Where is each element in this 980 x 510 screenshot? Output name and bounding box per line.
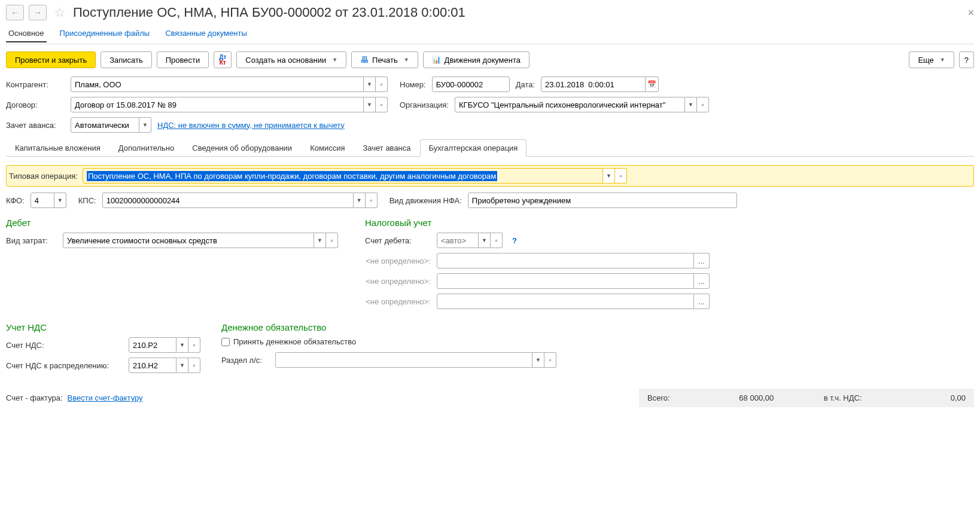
not-defined-dots-button-1[interactable]: ... <box>694 253 710 268</box>
typical-operation-label: Типовая операция: <box>9 172 78 181</box>
typical-operation-input[interactable]: Поступление ОС, НМА, НПА по договорам ку… <box>83 168 603 184</box>
ls-section-input[interactable] <box>275 352 532 368</box>
tab-linked-documents[interactable]: Связанные документы <box>163 26 249 42</box>
post-and-close-button[interactable]: Провести и закрыть <box>6 51 96 68</box>
cost-type-dropdown-button[interactable]: ▼ <box>314 233 326 248</box>
debit-section-title: Дебет <box>6 218 353 228</box>
ls-section-open-button[interactable]: ▫ <box>544 352 556 368</box>
more-button[interactable]: Еще▼ <box>909 51 954 68</box>
advance-offset-label: Зачет аванса: <box>6 121 65 130</box>
vat-account-dist-input[interactable] <box>129 358 176 373</box>
vat-account-dropdown-button[interactable]: ▼ <box>176 337 188 353</box>
not-defined-dots-button-3[interactable]: ... <box>694 294 710 309</box>
kps-label: КПС: <box>78 196 96 205</box>
favorite-star-icon[interactable]: ☆ <box>54 5 66 20</box>
number-label: Номер: <box>400 80 426 89</box>
organization-input[interactable] <box>455 97 685 112</box>
nfa-movement-input[interactable] <box>468 193 737 208</box>
subtab-advance-offset[interactable]: Зачет аванса <box>354 139 419 157</box>
debit-account-dropdown-button[interactable]: ▼ <box>479 233 491 248</box>
cost-type-label: Вид затрат: <box>6 236 57 245</box>
close-icon[interactable]: × <box>967 7 974 19</box>
date-input[interactable] <box>541 77 646 92</box>
typical-operation-open-button[interactable]: ▫ <box>615 168 627 184</box>
chevron-down-icon: ▼ <box>404 57 409 63</box>
nav-forward-button[interactable]: → <box>29 5 47 20</box>
accept-obligation-label: Принять денежное обязательство <box>233 337 356 346</box>
post-button[interactable]: Провести <box>157 51 209 68</box>
date-label: Дата: <box>516 80 535 89</box>
subtab-commission[interactable]: Комиссия <box>301 139 354 157</box>
page-title: Поступление ОС, НМА, НПА БУ00-000002 от … <box>73 5 465 20</box>
organization-open-button[interactable]: ▫ <box>697 97 709 112</box>
organization-label: Организация: <box>400 100 449 109</box>
not-defined-label-3: <не определено>: <box>365 297 431 306</box>
tab-attached-files[interactable]: Присоединенные файлы <box>57 26 153 42</box>
monetary-obligation-section-title: Денежное обязательство <box>221 322 556 332</box>
vat-account-input[interactable] <box>129 337 176 353</box>
vat-account-dist-open-button[interactable]: ▫ <box>188 358 200 373</box>
dtkt-button[interactable]: ДтКт <box>214 51 232 68</box>
total-value: 68 000,00 <box>720 393 774 402</box>
not-defined-input-1[interactable] <box>437 253 694 268</box>
nfa-movement-label: Вид движения НФА: <box>389 196 462 205</box>
not-defined-label-1: <не определено>: <box>365 256 431 265</box>
invoice-label: Счет - фактура: <box>6 393 63 402</box>
debit-account-open-button[interactable]: ▫ <box>491 233 503 248</box>
print-label: Печать <box>372 56 398 65</box>
movements-label: Движения документа <box>445 56 521 65</box>
calendar-icon[interactable]: 📅 <box>646 77 659 92</box>
tab-main[interactable]: Основное <box>6 26 47 42</box>
not-defined-input-2[interactable] <box>437 273 694 289</box>
ls-section-label: Раздел л/c: <box>221 356 269 365</box>
save-button[interactable]: Записать <box>101 51 152 68</box>
typical-operation-dropdown-button[interactable]: ▼ <box>603 168 615 184</box>
nav-back-button[interactable]: ← <box>6 5 24 20</box>
subtab-equipment-info[interactable]: Сведения об оборудовании <box>183 139 301 157</box>
vat-account-dist-dropdown-button[interactable]: ▼ <box>176 358 188 373</box>
kps-open-button[interactable]: ▫ <box>366 193 378 208</box>
counterparty-open-button[interactable]: ▫ <box>376 77 388 92</box>
vat-account-dist-label: Счет НДС к распределению: <box>6 361 123 370</box>
contract-open-button[interactable]: ▫ <box>376 97 388 112</box>
counterparty-input[interactable] <box>71 77 364 92</box>
not-defined-input-3[interactable] <box>437 294 694 309</box>
subtab-accounting-operation[interactable]: Бухгалтерская операция <box>420 139 527 157</box>
advance-offset-dropdown-button[interactable]: ▼ <box>139 117 151 133</box>
kps-input[interactable] <box>102 193 354 208</box>
kfo-input[interactable] <box>31 193 54 208</box>
document-movements-button[interactable]: 📊Движения документа <box>423 51 529 68</box>
not-defined-dots-button-2[interactable]: ... <box>694 273 710 289</box>
number-input[interactable] <box>432 77 510 92</box>
chevron-down-icon: ▼ <box>940 57 945 63</box>
chart-icon: 📊 <box>432 56 441 64</box>
vat-total-value: 0,00 <box>912 393 966 402</box>
vat-accounting-section-title: Учет НДС <box>6 322 209 332</box>
organization-dropdown-button[interactable]: ▼ <box>685 97 697 112</box>
vat-account-label: Счет НДС: <box>6 341 123 350</box>
cost-type-input[interactable] <box>63 233 314 248</box>
debit-account-label: Счет дебета: <box>365 236 431 245</box>
tax-accounting-section-title: Налоговый учет <box>365 218 710 228</box>
debit-account-input[interactable] <box>437 233 479 248</box>
help-button[interactable]: ? <box>959 51 974 68</box>
ls-section-dropdown-button[interactable]: ▼ <box>532 352 544 368</box>
accept-obligation-checkbox[interactable] <box>221 338 230 346</box>
contract-dropdown-button[interactable]: ▼ <box>364 97 376 112</box>
kfo-label: КФО: <box>6 196 25 205</box>
kps-dropdown-button[interactable]: ▼ <box>354 193 366 208</box>
vat-settings-link[interactable]: НДС: не включен в сумму, не принимается … <box>157 121 345 130</box>
cost-type-open-button[interactable]: ▫ <box>326 233 338 248</box>
help-question-icon[interactable]: ? <box>512 236 517 245</box>
enter-invoice-link[interactable]: Ввести счет-фактуру <box>68 393 143 402</box>
kfo-dropdown-button[interactable]: ▼ <box>54 193 66 208</box>
vat-account-open-button[interactable]: ▫ <box>188 337 200 353</box>
print-button[interactable]: 🖶Печать▼ <box>351 51 418 68</box>
contract-input[interactable] <box>71 97 364 112</box>
counterparty-label: Контрагент: <box>6 80 65 89</box>
subtab-additional[interactable]: Дополнительно <box>109 139 184 157</box>
advance-offset-input[interactable] <box>71 117 139 133</box>
counterparty-dropdown-button[interactable]: ▼ <box>364 77 376 92</box>
subtab-capital-investments[interactable]: Капитальные вложения <box>6 139 109 157</box>
create-based-on-button[interactable]: Создать на основании▼ <box>236 51 346 68</box>
